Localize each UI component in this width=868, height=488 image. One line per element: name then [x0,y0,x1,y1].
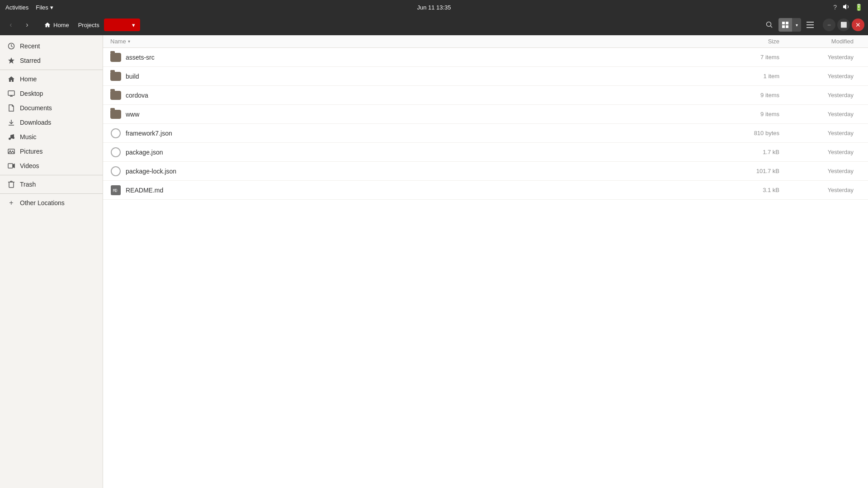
sidebar-item-recent[interactable]: Recent [0,39,103,53]
files-menu[interactable]: Files ▾ [36,4,53,11]
sidebar-item-trash[interactable]: Trash [0,177,103,192]
folder-icon [110,53,121,62]
sidebar-item-downloads[interactable]: Downloads [0,115,103,130]
file-modified: Yesterday [779,187,861,193]
sidebar-item-desktop[interactable]: Desktop [0,86,103,101]
breadcrumb-bar: Home Projects ▾ [40,19,757,31]
file-size: 101.7 kB [707,168,779,174]
files-menu-arrow: ▾ [50,4,53,11]
view-dropdown-button[interactable]: ▾ [792,18,801,32]
svg-rect-7 [807,24,814,25]
view-toggle: ▾ [778,18,801,32]
battery-icon: 🔋 [855,4,863,11]
folder-icon [110,110,121,119]
window-controls: – ⬜ ✕ [823,19,864,31]
volume-icon[interactable] [842,3,849,12]
close-button[interactable]: ✕ [852,19,864,31]
videos-icon [7,162,15,170]
sort-arrow: ▾ [128,39,130,44]
view-grid-button[interactable] [778,18,792,32]
table-row[interactable]: assets-src 7 items Yesterday [103,48,868,67]
sidebar-other-locations-label: Other Locations [20,199,65,206]
minimize-button[interactable]: – [823,19,835,31]
sidebar-other-locations[interactable]: + Other Locations [0,196,103,210]
file-modified: Yesterday [779,149,861,155]
file-area: Name ▾ Size Modified assets-src 7 items … [103,35,868,488]
file-size: 3.1 kB [707,187,779,193]
col-modified-header[interactable]: Modified [779,38,861,45]
forward-button[interactable]: › [20,18,34,32]
system-bar-left: Activities Files ▾ [5,4,53,11]
file-size: 1.7 kB [707,149,779,155]
breadcrumb-home[interactable]: Home [40,19,74,31]
current-folder-button[interactable]: ▾ [104,19,140,31]
app-window: ‹ › Home Projects ▾ [0,14,868,488]
sidebar-divider-2 [0,175,103,175]
sidebar: Recent Starred Home Desktop [0,35,103,488]
table-row[interactable]: www 9 items Yesterday [103,105,868,124]
sidebar-item-pictures[interactable]: Pictures [0,144,103,159]
file-size: 810 bytes [707,130,779,136]
system-bar-right: ? 🔋 [833,3,863,12]
svg-rect-8 [807,27,814,28]
json-icon [111,147,121,157]
file-name-cell: package.json [110,147,707,158]
back-button[interactable]: ‹ [4,18,18,32]
sidebar-item-videos[interactable]: Videos [0,159,103,173]
file-name: www [126,111,139,118]
sidebar-recent-label: Recent [20,42,40,50]
search-button[interactable] [762,18,777,32]
file-modified: Yesterday [779,73,861,80]
hamburger-menu-button[interactable] [803,18,817,32]
file-name-cell: www [110,109,707,120]
file-size: 9 items [707,92,779,99]
star-icon [7,56,15,65]
sidebar-item-music[interactable]: Music [0,130,103,144]
maximize-button[interactable]: ⬜ [837,19,850,31]
sidebar-item-documents[interactable]: Documents [0,101,103,115]
file-name-cell: package-lock.json [110,166,707,177]
table-row[interactable]: package.json 1.7 kB Yesterday [103,143,868,162]
sidebar-pictures-label: Pictures [20,148,43,155]
table-row[interactable]: build 1 item Yesterday [103,67,868,86]
col-name-header[interactable]: Name ▾ [110,38,707,45]
main-content: Recent Starred Home Desktop [0,35,868,488]
svg-line-1 [771,26,773,28]
md-icon: MD [111,185,121,195]
json-icon [111,166,121,176]
file-name-cell: assets-src [110,52,707,63]
file-size: 9 items [707,111,779,117]
breadcrumb-projects[interactable]: Projects [74,19,104,31]
table-row[interactable]: MD README.md 3.1 kB Yesterday [103,181,868,200]
file-name: cordova [126,92,148,99]
sidebar-item-starred[interactable]: Starred [0,53,103,68]
file-name: framework7.json [126,130,172,137]
file-modified: Yesterday [779,92,861,99]
sidebar-home-label: Home [20,75,37,83]
sidebar-documents-label: Documents [20,104,52,112]
file-name: package-lock.json [126,168,176,175]
file-name-cell: cordova [110,90,707,101]
sidebar-item-home[interactable]: Home [0,72,103,86]
music-icon [7,133,15,141]
file-modified: Yesterday [779,130,861,136]
clock-icon [7,42,15,50]
add-icon: + [7,199,15,207]
sidebar-videos-label: Videos [20,162,39,169]
sidebar-starred-label: Starred [20,57,41,64]
pictures-icon [7,147,15,155]
file-name-cell: build [110,71,707,82]
table-row[interactable]: framework7.json 810 bytes Yesterday [103,124,868,143]
current-folder-label [108,20,130,29]
table-row[interactable]: cordova 9 items Yesterday [103,86,868,105]
downloads-icon [7,118,15,127]
activities-button[interactable]: Activities [5,4,28,11]
desktop-icon [7,89,15,98]
file-modified: Yesterday [779,111,861,117]
svg-rect-4 [782,25,785,28]
trash-icon [7,180,15,188]
table-row[interactable]: package-lock.json 101.7 kB Yesterday [103,162,868,181]
col-size-header[interactable]: Size [707,38,779,45]
file-name: assets-src [126,54,155,61]
help-icon[interactable]: ? [833,4,837,11]
